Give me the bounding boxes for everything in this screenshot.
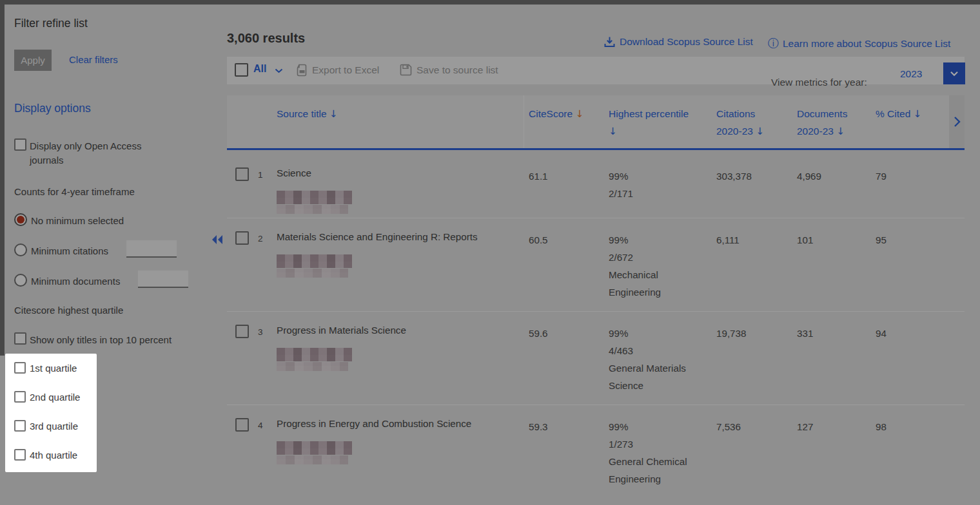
save-icon [400,64,412,76]
quartile-2-checkbox[interactable] [14,391,26,403]
sort-descending-arrow[interactable]: ↓ [836,126,845,137]
citations-value: 7,536 [716,418,741,435]
highest-percentile-cell: 99% 1/273 General Chemical Engineering [609,418,707,488]
redacted-publisher-block [277,441,352,455]
pct-cited-value: 98 [876,418,887,435]
row-number: 3 [258,327,263,337]
redacted-publisher-block [277,269,348,278]
citescore-value: 60.5 [529,231,548,249]
minimum-documents-input[interactable] [138,271,188,288]
source-title-link[interactable]: Science [277,167,311,178]
source-title-link[interactable]: Progress in Materials Science [277,325,406,336]
save-to-source-list-button[interactable]: Save to source list [400,64,498,76]
display-options-heading: Display options [14,102,91,115]
download-icon [603,36,616,48]
citations-value: 19,738 [716,325,746,342]
redacted-publisher-block [277,254,352,268]
top-10-percent-label: Show only titles in top 10 percent [30,334,172,345]
highest-percentile-cell: 99% 4/463 General Materials Science [609,325,707,394]
citescore-value: 59.6 [529,325,548,342]
minimum-citations-radio[interactable] [14,243,27,256]
learn-more-label: Learn more about Scopus Source List [783,38,950,50]
sort-descending-arrow[interactable]: ↓ [329,108,338,120]
row-checkbox[interactable] [235,231,249,245]
citescore-value: 61.1 [529,167,548,185]
scopus-sources-page: Filter refine list Apply Clear filters D… [0,0,980,505]
download-link-label: Download Scopus Source List [620,36,753,48]
top-10-percent-checkbox[interactable] [14,332,26,345]
redacted-publisher-block [277,455,348,464]
citations-value: 6,111 [716,231,740,249]
clear-filters-link[interactable]: Clear filters [69,54,118,65]
chevron-right-icon[interactable] [954,116,961,128]
row-checkbox[interactable] [235,325,249,338]
pct-cited-value: 95 [876,231,887,249]
collapse-sidebar-icon[interactable] [210,233,224,247]
citescore-value: 59.3 [529,418,548,435]
no-minimum-label: No minimum selected [31,215,124,226]
minimum-documents-label: Minimum documents [31,276,120,287]
quartile-1-checkbox[interactable] [14,362,26,374]
row-checkbox[interactable] [235,167,249,181]
filter-panel-title: Filter refine list [14,17,88,30]
documents-value: 4,969 [797,167,821,185]
metrics-year-value[interactable]: 2023 [900,68,922,80]
minimum-citations-input[interactable] [126,240,177,258]
chevron-down-icon [950,71,959,77]
redacted-publisher-block [277,205,348,214]
row-number: 4 [258,421,263,430]
minimum-citations-label: Minimum citations [31,245,108,256]
open-access-checkbox[interactable] [14,138,26,151]
minimum-documents-radio[interactable] [14,274,27,287]
column-citations[interactable]: Citations 2020-23 ↓ [716,105,764,140]
apply-filters-button[interactable]: Apply [14,50,52,71]
redacted-publisher-block [277,362,348,371]
download-source-list-link[interactable]: Download Scopus Source List [603,36,753,48]
quartile-4-label: 4th quartile [30,450,77,461]
export-to-excel-button[interactable]: Export to Excel [296,64,379,77]
highest-percentile-cell: 99% 2/672 Mechanical Engineering [609,231,707,301]
documents-value: 101 [797,231,813,249]
view-metrics-year-label: View metrics for year: [771,77,867,88]
quartile-4-checkbox[interactable] [14,449,26,461]
documents-value: 331 [797,325,813,342]
no-minimum-radio[interactable] [14,213,27,226]
export-to-excel-label: Export to Excel [312,64,379,76]
column-highest-percentile[interactable]: Highest percentile ↓ [609,105,712,140]
highest-percentile-cell: 99% 2/171 [609,167,707,202]
source-title-link[interactable]: Materials Science and Engineering R: Rep… [277,231,478,242]
scroll-columns-strip[interactable] [949,95,965,148]
learn-more-link[interactable]: ⓘ Learn more about Scopus Source List [768,36,950,51]
window-top-edge [0,0,980,5]
quartile-2-label: 2nd quartile [30,392,80,403]
select-all-checkbox[interactable] [235,63,248,77]
sort-descending-arrow[interactable]: ↓ [609,126,617,137]
pct-cited-value: 79 [876,167,887,185]
quartile-3-checkbox[interactable] [14,420,26,432]
citescore-quartile-heading: Citescore highest quartile [14,305,123,316]
documents-value: 127 [797,418,813,435]
row-number: 1 [258,170,263,180]
table-row: 4 Progress in Energy and Combustion Scie… [227,405,965,505]
sort-descending-arrow[interactable]: ↓ [914,108,922,120]
column-source-title[interactable]: Source title ↓ [277,105,338,123]
info-icon: ⓘ [768,36,779,51]
chevron-down-icon[interactable] [275,68,283,73]
select-all-label[interactable]: All [253,63,266,75]
sort-descending-arrow-active[interactable]: ↓ [575,108,583,120]
sort-descending-arrow[interactable]: ↓ [756,126,764,137]
table-row: 2 Materials Science and Engineering R: R… [227,218,965,311]
column-documents[interactable]: Documents 2020-23 ↓ [797,105,847,140]
row-checkbox[interactable] [235,418,249,432]
table-row: 3 Progress in Materials Science 59.6 99%… [227,311,965,405]
header-column-divider [524,95,524,148]
redacted-publisher-block [277,348,352,361]
column-citescore[interactable]: CiteScore ↓ [529,105,583,123]
source-title-link[interactable]: Progress in Energy and Combustion Scienc… [277,418,471,429]
save-to-source-list-label: Save to source list [416,64,498,76]
column-pct-cited[interactable]: % Cited ↓ [876,105,922,123]
year-dropdown-button[interactable] [943,62,965,84]
counts-timeframe-label: Counts for 4-year timeframe [14,186,135,197]
table-header-rule [227,148,965,150]
pct-cited-value: 94 [876,325,887,342]
